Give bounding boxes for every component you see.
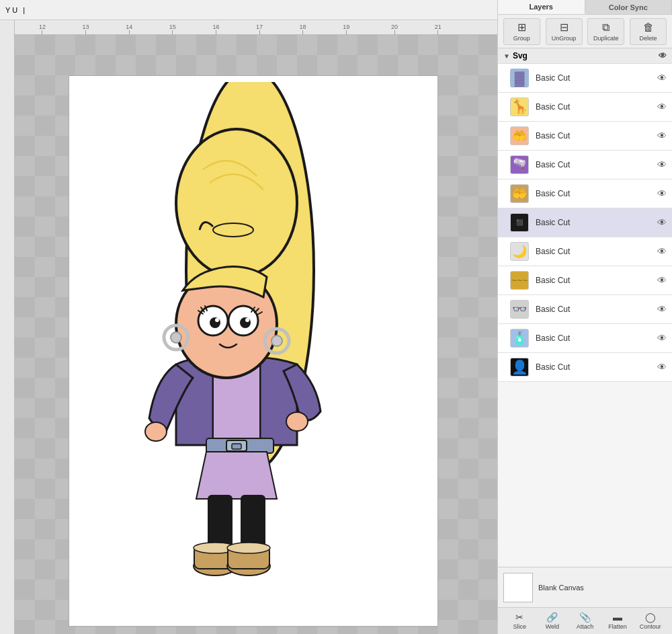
layer-item-2[interactable]: 🦒 Basic Cut 👁 xyxy=(498,93,672,122)
slice-label: Slice xyxy=(513,623,527,630)
layer-name-5: Basic Cut xyxy=(536,189,657,198)
svg-group-label: Svg xyxy=(513,51,528,61)
svg-group-eye[interactable]: 👁 xyxy=(659,51,667,61)
layer-thumb-9: 👓 xyxy=(509,299,530,320)
layer-thumb-color-6: ◾ xyxy=(510,213,529,232)
layer-item-6[interactable]: ◾ Basic Cut 👁 xyxy=(498,208,672,237)
tab-colorsync[interactable]: Color Sync xyxy=(585,0,673,14)
attach-label: Attach xyxy=(577,623,594,630)
layer-name-7: Basic Cut xyxy=(536,247,657,256)
bottom-toolbar: ✂ Slice 🔗 Weld 📎 Attach ▬ Flatten ◯ Cont… xyxy=(498,607,672,634)
layer-item-9[interactable]: 👓 Basic Cut 👁 xyxy=(498,295,672,324)
svg-point-20 xyxy=(240,317,251,328)
ruler-h-content: 12 13 14 15 16 17 18 19 20 21 xyxy=(15,20,497,34)
group-label: Group xyxy=(513,35,530,42)
layer-name-4: Basic Cut xyxy=(536,160,657,169)
layers-list[interactable]: ▼ Svg 👁 ▓ Basic Cut 👁 🦒 Basic Cut 👁 xyxy=(498,48,672,567)
layer-name-3: Basic Cut xyxy=(536,131,657,141)
character-illustration xyxy=(95,82,378,586)
weld-label: Weld xyxy=(546,623,559,630)
contour-icon: ◯ xyxy=(645,612,656,623)
layer-name-1: Basic Cut xyxy=(536,73,657,83)
layer-eye-6[interactable]: 👁 xyxy=(657,217,667,228)
toolbar-coords: Y U xyxy=(5,6,17,14)
attach-button[interactable]: 📎 Attach xyxy=(570,610,599,633)
svg-group-header[interactable]: ▼ Svg 👁 xyxy=(498,48,672,64)
layer-thumb-6: ◾ xyxy=(509,212,530,233)
layer-name-11: Basic Cut xyxy=(536,362,657,372)
layer-thumb-color-8: ~~~ xyxy=(510,271,529,290)
layer-eye-7[interactable]: 👁 xyxy=(657,246,667,257)
svg-point-27 xyxy=(271,335,282,346)
svg-point-19 xyxy=(210,317,220,328)
layer-item-10[interactable]: 🧴 Basic Cut 👁 xyxy=(498,324,672,353)
svg-point-23 xyxy=(213,223,253,237)
flatten-icon: ▬ xyxy=(613,612,622,623)
layer-thumb-5: 🤲 xyxy=(509,183,530,204)
layer-thumb-11: 👤 xyxy=(509,356,530,378)
layer-item-3[interactable]: 🤲 Basic Cut 👁 xyxy=(498,122,672,151)
toolbar-separator: | xyxy=(23,6,25,14)
canvas-with-rulers: 12 13 14 15 16 17 18 19 20 21 xyxy=(0,20,497,634)
layer-thumb-color-4: 🫗 xyxy=(510,155,529,174)
layer-thumb-color-7: 🌙 xyxy=(510,242,529,261)
layer-eye-4[interactable]: 👁 xyxy=(657,159,667,170)
blank-canvas-label: Blank Canvas xyxy=(538,584,584,592)
duplicate-button[interactable]: ⧉ Duplicate xyxy=(587,18,624,45)
flatten-label: Flatten xyxy=(608,623,627,630)
layer-name-2: Basic Cut xyxy=(536,102,657,112)
ruler-mark-13: 13 xyxy=(83,24,89,34)
ungroup-button[interactable]: ⊟ UnGroup xyxy=(546,18,583,45)
tab-layers[interactable]: Layers xyxy=(498,0,585,14)
weld-button[interactable]: 🔗 Weld xyxy=(538,610,567,633)
layer-thumb-color-5: 🤲 xyxy=(510,184,529,203)
ruler-mark-21: 21 xyxy=(435,24,442,34)
layer-item-7[interactable]: 🌙 Basic Cut 👁 xyxy=(498,237,672,266)
ruler-mark-16: 16 xyxy=(212,24,219,34)
drawing-canvas[interactable] xyxy=(15,35,497,634)
tab-colorsync-label: Color Sync xyxy=(609,3,648,11)
svg-rect-9 xyxy=(241,496,265,549)
layer-eye-9[interactable]: 👁 xyxy=(657,304,667,315)
layer-item-11[interactable]: 👤 Basic Cut 👁 xyxy=(498,353,672,382)
layer-thumb-3: 🤲 xyxy=(509,125,530,147)
layer-thumb-color-11: 👤 xyxy=(510,358,529,377)
layer-eye-10[interactable]: 👁 xyxy=(657,333,667,344)
layer-thumb-color-3: 🤲 xyxy=(510,126,529,145)
layer-item-8[interactable]: ~~~ Basic Cut 👁 xyxy=(498,266,672,295)
drawing-area-wrapper: 12 13 14 15 16 17 18 19 20 21 xyxy=(15,20,497,634)
ruler-mark-15: 15 xyxy=(169,24,176,34)
layer-item-5[interactable]: 🤲 Basic Cut 👁 xyxy=(498,180,672,208)
layer-name-10: Basic Cut xyxy=(536,333,657,343)
layer-thumb-color-10: 🧴 xyxy=(510,329,529,348)
tab-layers-label: Layers xyxy=(530,3,553,11)
layer-item-4[interactable]: 🫗 Basic Cut 👁 xyxy=(498,151,672,180)
layer-thumb-8: ~~~ xyxy=(509,270,530,291)
layer-thumb-7: 🌙 xyxy=(509,241,530,262)
layer-eye-8[interactable]: 👁 xyxy=(657,275,667,286)
delete-button[interactable]: 🗑 Delete xyxy=(630,18,667,45)
slice-button[interactable]: ✂ Slice xyxy=(505,610,534,633)
group-button[interactable]: ⊞ Group xyxy=(503,18,540,45)
svg-rect-8 xyxy=(208,496,232,549)
flatten-button[interactable]: ▬ Flatten xyxy=(603,610,632,633)
blank-canvas-preview[interactable] xyxy=(503,573,533,602)
layer-thumb-10: 🧴 xyxy=(509,327,530,349)
panel-tabs: Layers Color Sync xyxy=(498,0,672,15)
canvas-area: Y U | 12 13 14 15 16 17 18 xyxy=(0,0,497,634)
layer-eye-3[interactable]: 👁 xyxy=(657,130,667,141)
layer-eye-5[interactable]: 👁 xyxy=(657,188,667,199)
delete-label: Delete xyxy=(640,35,657,42)
layer-item-1[interactable]: ▓ Basic Cut 👁 xyxy=(498,64,672,93)
layer-eye-2[interactable]: 👁 xyxy=(657,102,667,112)
layer-thumb-color-1: ▓ xyxy=(510,69,529,87)
layer-thumb-color-9: 👓 xyxy=(510,300,529,319)
top-toolbar: Y U | xyxy=(0,0,497,20)
svg-point-4 xyxy=(286,412,308,431)
contour-button[interactable]: ◯ Contour xyxy=(636,610,665,633)
svg-point-1 xyxy=(176,129,297,277)
layer-eye-1[interactable]: 👁 xyxy=(657,73,667,83)
layer-eye-11[interactable]: 👁 xyxy=(657,362,667,372)
delete-icon: 🗑 xyxy=(643,22,654,34)
layer-thumb-2: 🦒 xyxy=(509,96,530,118)
